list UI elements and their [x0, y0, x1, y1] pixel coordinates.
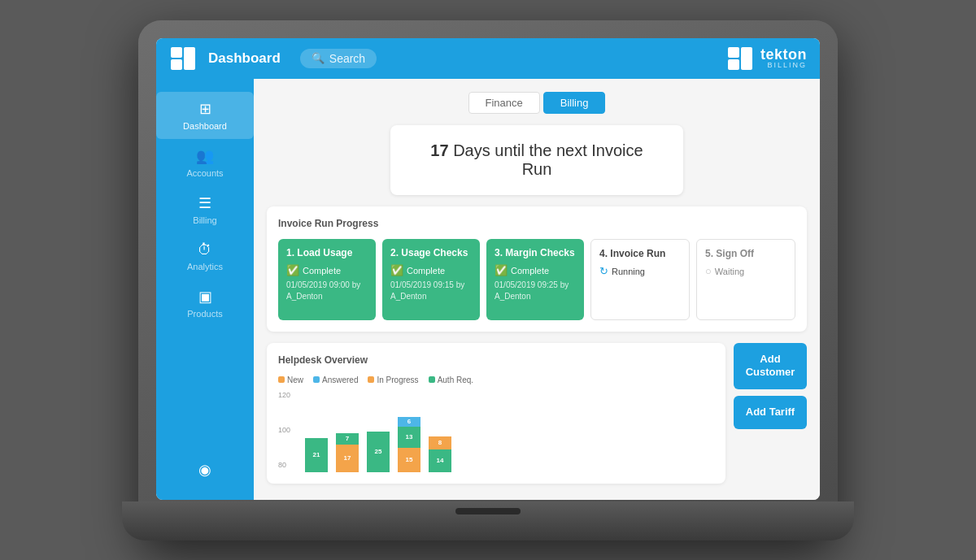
chart-y-axis: 120 100 80	[278, 391, 294, 472]
bar-group-5: 14 8	[429, 436, 451, 472]
brand-logo: tekton BILLING	[728, 47, 807, 70]
tabs-bar: Finance Billing	[267, 92, 807, 114]
countdown-number: 17	[430, 141, 448, 159]
legend-inprogress: In Progress	[368, 376, 418, 384]
legend-dot-inprogress	[368, 376, 374, 383]
legend-authreq: Auth Req.	[429, 376, 473, 384]
bar-seg-4-1: 15	[398, 448, 420, 472]
step-invoice-run: 4. Invoice Run ↻ Running	[590, 239, 690, 320]
bar-seg-2-1: 17	[336, 445, 359, 472]
check-icon-2: ✅	[390, 264, 403, 276]
record-icon: ◉	[198, 461, 211, 479]
add-tariff-button[interactable]: Add Tariff	[734, 396, 807, 429]
sidebar-item-billing[interactable]: ☰ Billing	[156, 186, 254, 233]
running-icon: ↻	[599, 265, 608, 277]
brand-sub: BILLING	[767, 62, 807, 69]
step-load-usage-status: ✅ Complete	[286, 264, 368, 276]
sidebar-label-billing: Billing	[193, 215, 216, 225]
bar-group-3: 25	[367, 432, 390, 472]
legend-label-authreq: Auth Req.	[438, 376, 473, 384]
sidebar-label-analytics: Analytics	[187, 262, 223, 271]
laptop-frame: Dashboard 🔍 Search tekton BILLING	[138, 20, 838, 540]
sidebar: ⊞ Dashboard 👥 Accounts ☰ Billing ⏱ Analy…	[156, 79, 254, 500]
step-load-usage: 1. Load Usage ✅ Complete 01/05/2019 09:0…	[278, 239, 376, 320]
sidebar-label-products: Products	[187, 309, 222, 319]
countdown-text: 17 Days until the next Invoice Run	[430, 141, 643, 178]
step-sign-off-name: 5. Sign Off	[705, 248, 786, 261]
bar-seg-4-3: 6	[398, 417, 420, 427]
legend-new: New	[278, 376, 303, 384]
svg-rect-3	[728, 47, 739, 58]
svg-rect-4	[728, 59, 739, 70]
bar-seg-2-2: 7	[336, 433, 359, 445]
step-sign-off-status: ○ Waiting	[705, 265, 786, 277]
search-bar[interactable]: 🔍 Search	[300, 49, 377, 68]
bar-group-1: 21	[305, 438, 328, 472]
laptop-base	[122, 501, 854, 540]
add-customer-button[interactable]: Add Customer	[734, 343, 807, 390]
bar-chart: 21 17 7	[297, 391, 460, 472]
chart-legend: New Answered In Progress	[278, 376, 714, 384]
sidebar-item-products[interactable]: ▣ Products	[156, 280, 254, 327]
sidebar-item-accounts[interactable]: 👥 Accounts	[156, 139, 254, 186]
step-usage-checks: 2. Usage Checks ✅ Complete 01/05/2019 09…	[382, 239, 480, 320]
brand-text: tekton BILLING	[760, 47, 807, 69]
search-label: Search	[329, 52, 365, 65]
action-buttons: Add Customer Add Tariff	[734, 343, 807, 484]
legend-dot-new	[278, 376, 285, 383]
sidebar-bottom-button[interactable]: ◉	[192, 453, 218, 487]
legend-dot-answered	[313, 376, 320, 383]
content-area: Finance Billing 17 Days until the next I…	[254, 79, 820, 500]
legend-label-inprogress: In Progress	[377, 376, 418, 384]
bar-seg-1-1: 21	[305, 438, 328, 472]
users-icon: 👥	[196, 147, 214, 165]
sidebar-label-dashboard: Dashboard	[183, 121, 227, 131]
main-layout: ⊞ Dashboard 👥 Accounts ☰ Billing ⏱ Analy…	[156, 79, 820, 500]
step-sign-off: 5. Sign Off ○ Waiting	[696, 239, 795, 320]
step-usage-checks-name: 2. Usage Checks	[390, 247, 472, 260]
top-nav: Dashboard 🔍 Search tekton BILLING	[156, 38, 820, 79]
bar-seg-4-2: 13	[398, 427, 420, 448]
step-invoice-run-name: 4. Invoice Run	[599, 248, 681, 261]
svg-rect-1	[171, 59, 182, 70]
grid-icon: ⊞	[199, 100, 211, 118]
check-icon-1: ✅	[286, 264, 299, 276]
svg-rect-0	[171, 47, 182, 58]
analytics-icon: ⏱	[198, 241, 212, 258]
step-margin-checks-status: ✅ Complete	[495, 264, 576, 276]
legend-label-new: New	[287, 376, 303, 384]
legend-label-answered: Answered	[322, 376, 358, 384]
sidebar-label-accounts: Accounts	[186, 168, 223, 178]
step-invoice-run-status: ↻ Running	[599, 265, 681, 277]
bar-seg-3-1: 25	[367, 432, 390, 472]
nav-title: Dashboard	[208, 50, 281, 67]
step-load-usage-detail: 01/05/2019 09:00 byA_Denton	[286, 280, 368, 302]
laptop-screen: Dashboard 🔍 Search tekton BILLING	[156, 38, 820, 500]
bar-group-2: 17 7	[336, 433, 359, 472]
bar-group-4: 15 13 6	[398, 417, 420, 472]
countdown-card: 17 Days until the next Invoice Run	[390, 125, 683, 195]
step-usage-checks-status: ✅ Complete	[390, 264, 472, 276]
nav-logo-icon	[169, 46, 198, 72]
brand-name: tekton	[760, 47, 807, 62]
helpdesk-title: Helpdesk Overview	[278, 354, 714, 366]
legend-answered: Answered	[313, 376, 358, 384]
svg-rect-2	[184, 47, 195, 70]
sidebar-item-analytics[interactable]: ⏱ Analytics	[156, 233, 254, 280]
bar-seg-5-2: 8	[429, 436, 451, 449]
sidebar-item-dashboard[interactable]: ⊞ Dashboard	[156, 92, 254, 139]
step-margin-checks-name: 3. Margin Checks	[495, 247, 576, 260]
step-margin-checks: 3. Margin Checks ✅ Complete 01/05/2019 0…	[486, 239, 584, 320]
step-load-usage-name: 1. Load Usage	[286, 247, 368, 260]
countdown-suffix: Days until the next Invoice Run	[449, 141, 643, 178]
invoice-progress-card: Invoice Run Progress 1. Load Usage ✅ Com…	[267, 206, 807, 332]
list-icon: ☰	[198, 194, 211, 212]
waiting-icon: ○	[705, 265, 712, 277]
tab-finance[interactable]: Finance	[468, 92, 540, 114]
invoice-progress-title: Invoice Run Progress	[278, 218, 795, 229]
svg-rect-5	[741, 47, 752, 70]
legend-dot-authreq	[429, 376, 435, 383]
bar-seg-5-1: 14	[429, 449, 451, 472]
check-icon-3: ✅	[495, 264, 508, 276]
tab-billing[interactable]: Billing	[543, 92, 606, 114]
